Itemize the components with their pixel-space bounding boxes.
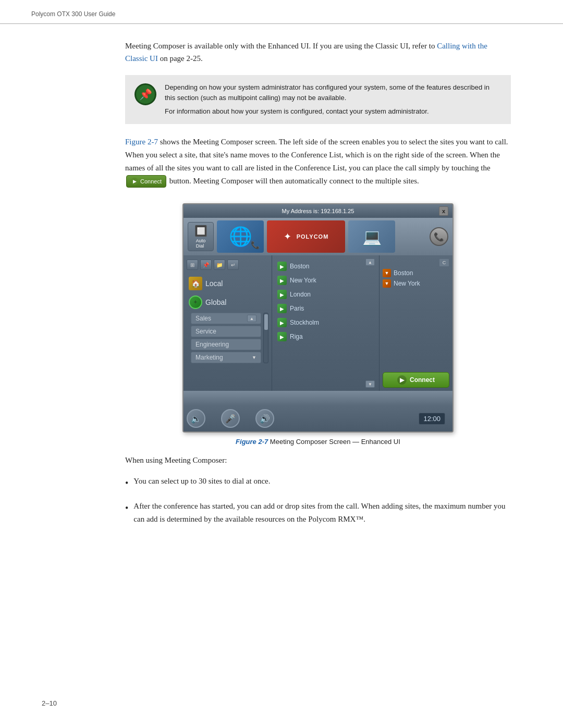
bullet-dot-2: • bbox=[125, 501, 128, 516]
marketing-group-button[interactable]: Marketing ▼ bbox=[191, 352, 261, 363]
tool-icon-enter[interactable]: ↵ bbox=[227, 260, 239, 270]
screen-footer: 🔈 🎤 🔊 12:00 bbox=[183, 405, 452, 431]
screen-left-panel: ⊞ 📌 📁 ↵ 🏠 Local + Global bbox=[183, 255, 272, 391]
scroll-thumb bbox=[264, 314, 268, 330]
riga-arrow-icon: ▶ bbox=[277, 332, 287, 341]
page-number: 2–10 bbox=[42, 699, 57, 707]
note-text: Depending on how your system administrat… bbox=[165, 82, 501, 117]
auto-dial-icon: 🔲 bbox=[194, 225, 207, 237]
laptop-nav-button[interactable]: 💻 bbox=[348, 220, 395, 253]
bullet-text-1: You can select up to 30 sites to dial at… bbox=[133, 475, 270, 488]
footer-mic-button[interactable]: 🎤 bbox=[221, 409, 240, 428]
note-icon-pin: 📌 bbox=[134, 83, 156, 105]
conf-boston-label: Boston bbox=[394, 269, 413, 277]
polycom-logo-text: POLYCOM bbox=[297, 233, 329, 240]
note-text-2: For information about how your system is… bbox=[165, 106, 501, 117]
global-label: Global bbox=[205, 298, 226, 306]
site-row-riga[interactable]: ▶ Riga bbox=[275, 331, 376, 342]
footer-time: 12:00 bbox=[419, 413, 445, 425]
site-row-stockholm[interactable]: ▶ Stockholm bbox=[275, 317, 376, 328]
main-content: Meeting Composer is available only with … bbox=[0, 24, 563, 557]
local-button[interactable]: 🏠 Local bbox=[187, 275, 268, 292]
footer-vol-down-button[interactable]: 🔈 bbox=[187, 409, 205, 428]
page-header-title: Polycom OTX 300 User Guide bbox=[31, 10, 115, 18]
polycom-nav-button[interactable]: ✦ POLYCOM bbox=[267, 220, 345, 253]
body-text-1: shows the Meeting Composer screen. The l… bbox=[125, 138, 508, 172]
bullet-text-2: After the conference has started, you ca… bbox=[133, 500, 511, 526]
conf-newyork-arrow: ▼ bbox=[383, 279, 391, 288]
note-box: 📌 Depending on how your system administr… bbox=[125, 75, 511, 124]
site-row-london[interactable]: ▶ London bbox=[275, 289, 376, 300]
screen-middle-panel: ▲ ▶ Boston ▶ New York ▶ London bbox=[272, 255, 380, 391]
service-label: Service bbox=[195, 328, 216, 335]
screen-title: My Address is: 192.168.1.25 bbox=[197, 208, 439, 214]
site-row-newyork[interactable]: ▶ New York bbox=[275, 275, 376, 286]
engineering-group-button[interactable]: Engineering bbox=[191, 339, 261, 350]
global-button[interactable]: + Global bbox=[187, 294, 268, 311]
marketing-label: Marketing bbox=[195, 354, 223, 361]
tool-icon-folder[interactable]: 📁 bbox=[214, 260, 225, 270]
c-clear-button[interactable]: C bbox=[439, 258, 449, 267]
site-row-paris[interactable]: ▶ Paris bbox=[275, 303, 376, 314]
auto-dial-label: AutoDial bbox=[196, 238, 206, 249]
tool-icon-pin[interactable]: 📌 bbox=[200, 260, 212, 270]
globe-icon: 🌐 bbox=[229, 226, 252, 248]
body-text-2: button. Meeting Composer will then autom… bbox=[167, 177, 419, 185]
note-text-1: Depending on how your system administrat… bbox=[165, 82, 501, 103]
site-row-boston[interactable]: ▶ Boston bbox=[275, 261, 376, 272]
left-panel-scrollbar[interactable] bbox=[263, 313, 268, 363]
bullet-item-2: • After the conference has started, you … bbox=[125, 500, 511, 526]
connect-button[interactable]: ▶ Connect bbox=[383, 372, 449, 388]
page-header: Polycom OTX 300 User Guide bbox=[0, 0, 563, 24]
london-arrow-icon: ▶ bbox=[277, 290, 287, 299]
conf-newyork-row: ▼ New York bbox=[383, 279, 449, 288]
connect-icon-inline: ▶ bbox=[131, 178, 138, 185]
sales-label: Sales bbox=[195, 315, 211, 322]
screen-titlebar: My Address is: 192.168.1.25 x bbox=[183, 204, 452, 218]
conf-boston-arrow: ▼ bbox=[383, 269, 391, 277]
globe-nav-button[interactable]: 🌐 📞 bbox=[217, 220, 264, 253]
meeting-composer-screenshot: My Address is: 192.168.1.25 x 🔲 AutoDial… bbox=[182, 203, 454, 433]
london-site-label: London bbox=[290, 291, 311, 298]
middle-scroll-up[interactable]: ▲ bbox=[365, 258, 375, 266]
figure-caption-text: Meeting Composer Screen — Enhanced UI bbox=[268, 438, 400, 446]
bullet-item-1: • You can select up to 30 sites to dial … bbox=[125, 475, 511, 491]
newyork-arrow-icon: ▶ bbox=[277, 276, 287, 285]
footer-vol-up-button[interactable]: 🔊 bbox=[255, 409, 274, 428]
global-icon: + bbox=[189, 295, 202, 309]
connect-button-icon: ▶ bbox=[397, 375, 407, 385]
screen-close-button[interactable]: x bbox=[439, 206, 448, 216]
conf-newyork-label: New York bbox=[394, 280, 420, 287]
vol-down-icon: 🔈 bbox=[191, 414, 201, 424]
riga-site-label: Riga bbox=[290, 333, 303, 340]
paris-site-label: Paris bbox=[290, 305, 304, 312]
laptop-icon: 💻 bbox=[362, 228, 382, 246]
auto-dial-button[interactable]: 🔲 AutoDial bbox=[188, 222, 214, 251]
figure-ref-link[interactable]: Figure 2-7 bbox=[125, 138, 158, 146]
stockholm-site-label: Stockholm bbox=[290, 319, 319, 326]
local-label: Local bbox=[205, 279, 223, 288]
paris-arrow-icon: ▶ bbox=[277, 304, 287, 313]
tool-icon-grid[interactable]: ⊞ bbox=[187, 260, 198, 270]
middle-scroll-down[interactable]: ▼ bbox=[365, 380, 375, 388]
classic-ui-link[interactable]: Calling with the Classic UI bbox=[125, 42, 487, 63]
body-paragraph: Figure 2-7 shows the Meeting Composer sc… bbox=[125, 135, 511, 188]
boston-site-label: Boston bbox=[290, 263, 309, 270]
newyork-site-label: New York bbox=[290, 277, 316, 284]
section-heading: When using Meeting Composer: bbox=[125, 454, 511, 466]
figure-caption: Figure 2-7 Meeting Composer Screen — Enh… bbox=[236, 438, 400, 446]
phone-nav-button[interactable]: 📞 bbox=[430, 227, 448, 246]
conf-boston-row: ▼ Boston bbox=[383, 269, 449, 277]
screen-main: ⊞ 📌 📁 ↵ 🏠 Local + Global bbox=[183, 255, 452, 391]
screen-toolbar: ⊞ 📌 📁 ↵ bbox=[187, 260, 268, 270]
phone-icon-overlay: 📞 bbox=[251, 241, 260, 250]
bullet-list: • You can select up to 30 sites to dial … bbox=[125, 475, 511, 525]
marketing-dropdown-icon: ▼ bbox=[252, 355, 256, 360]
sales-scroll-up[interactable]: ▲ bbox=[247, 315, 256, 322]
service-group-button[interactable]: Service bbox=[191, 326, 261, 337]
sales-group-button[interactable]: Sales ▲ bbox=[191, 313, 261, 324]
stockholm-arrow-icon: ▶ bbox=[277, 318, 287, 327]
vol-up-icon: 🔊 bbox=[260, 414, 270, 424]
engineering-label: Engineering bbox=[195, 341, 229, 348]
connect-button-label: Connect bbox=[410, 376, 435, 384]
